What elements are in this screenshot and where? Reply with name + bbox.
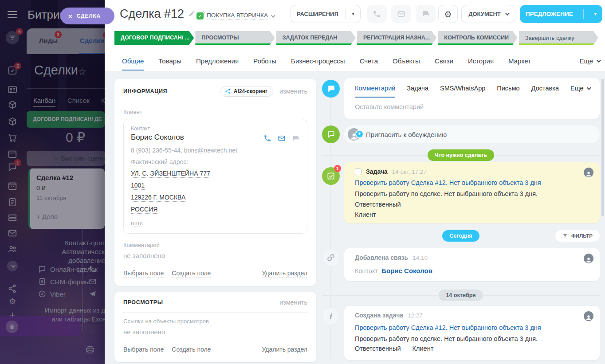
today-badge: Сегодня [442,230,479,242]
contact-type-label: Контакт [131,125,300,132]
tab-market[interactable]: Маркет [508,51,531,70]
settings-button[interactable]: ⚙ [438,5,458,23]
composer-tab-more[interactable]: Еще [570,85,590,98]
edit-section-link[interactable]: изменить [279,299,307,306]
invite-to-discussion[interactable]: + Пригласить к обсуждению [344,125,600,143]
viewings-field-label: Ссылки на объекты просмотров [123,318,307,325]
delete-section-link[interactable]: Удалить раздел [262,346,307,354]
tab-more[interactable]: Еще [579,51,600,70]
ai-icon [225,88,231,94]
email-button[interactable] [391,5,411,23]
tab-quotes[interactable]: Предложения [196,51,239,70]
task-title-link[interactable]: Проверить работу Сделка #12. Нет выбранн… [355,179,589,186]
composer-tab-comment[interactable]: Комментарий [355,85,395,98]
mail-icon[interactable] [278,134,286,142]
tab-invoices[interactable]: Счета [360,51,378,70]
event-time: 12:27 [408,312,423,319]
address-line: РОССИЯ [131,205,300,213]
proposal-button[interactable]: ПРЕДЛОЖЕНИЕ ▾ [520,5,602,23]
phone-icon [373,10,381,18]
viewings-card: ПРОСМОТРЫ изменить Ссылки на объекты про… [114,292,316,362]
caret-down-icon: ▾ [594,11,597,17]
comment-input[interactable]: Оставьте комментарий [344,98,600,116]
chat-button[interactable] [416,5,436,23]
event-type: Добавлена связь [355,254,408,261]
stage-commission-control[interactable]: КОНТРОЛЬ КОМИССИИ [438,31,517,45]
delete-section-link[interactable]: Удалить раздел [262,270,307,278]
task-client-label: Клиент [355,210,589,219]
task-body: Проверить работу по сделке. Нет выбранно… [355,189,589,199]
close-icon: × [68,12,72,20]
stage-registration[interactable]: РЕГИСТРАЦИЯ НАЗНА... [357,31,436,45]
info-icon: i [322,308,340,325]
modal-dim-overlay [0,0,105,364]
relation-label: Контакт [355,267,378,274]
extensions-button[interactable]: РАСШИРЕНИЯ ▾ [291,5,361,23]
deal-content: ИНФОРМАЦИЯ AI24-скоринг изменить Клиент … [105,71,605,364]
stage-viewings[interactable]: ПРОСМОТРЫ [195,31,275,45]
section-title: ПРОСМОТРЫ [123,299,163,305]
select-field-link[interactable]: Выбрать поле [123,270,164,278]
divider [123,312,307,313]
comment-bubble-icon [322,80,340,98]
gear-icon: ⚙ [444,9,452,20]
tab-history[interactable]: История [468,51,494,70]
date-separator: 14 октября [322,289,600,301]
tab-objects[interactable]: Объекты [393,51,420,70]
contact-name[interactable]: Борис Соколов [131,133,184,142]
call-button[interactable] [367,5,387,23]
todo-separator-badge: Что нужно сделать [428,149,495,161]
tab-products[interactable]: Товары [158,51,181,70]
section-title: ИНФОРМАЦИЯ [123,88,167,94]
create-field-link[interactable]: Создать поле [172,346,211,354]
address-line: УЛ. С. ЭЙЗЕНШТЕЙНА 777 [131,169,300,177]
create-field-link[interactable]: Создать поле [172,270,211,278]
task-client-label: Клиент [412,345,434,352]
task-check-icon: 1 [322,167,340,185]
chevron-down-icon [587,86,591,90]
show-more-link[interactable]: еще [131,219,143,227]
tab-links[interactable]: Связи [435,51,453,70]
composer-tab-letter[interactable]: Письмо [497,85,519,98]
chevron-down-icon [271,13,275,18]
comment-field-label: Комментарий [123,242,307,248]
deal-tab-bar: Общие Товары Предложения Роботы Бизнес-п… [122,51,600,70]
stage-close-deal[interactable]: Завершить сделку [519,31,598,45]
contact-card: Контакт Борис Соколов 8 (903) 236-55-44,… [123,119,307,234]
edit-pencil-icon[interactable] [188,11,195,17]
tab-general[interactable]: Общие [122,51,144,70]
avatar[interactable] [584,311,593,321]
contact-link[interactable]: Борис Соколов [381,267,432,274]
slider-close-button[interactable]: × СДЕЛКА [60,8,114,24]
edit-section-link[interactable]: изменить [279,88,307,95]
document-button[interactable]: ДОКУМЕНТ [461,5,515,23]
filter-button[interactable]: ФИЛЬТР [555,230,600,242]
composer-tab-task[interactable]: Задача [407,85,428,98]
divider [583,9,584,19]
deal-category-selector[interactable]: ✓ ПОКУПКА ВТОРИЧКА [196,12,274,20]
avatar[interactable] [584,254,593,263]
phone-icon[interactable] [263,134,271,142]
viewings-field-value[interactable]: не заполнено [123,328,307,336]
task-checkbox[interactable] [355,168,361,175]
chat-icon[interactable] [292,134,300,142]
deal-slider-panel: Сделка #12 ✓ ПОКУПКА ВТОРИЧКА РАСШИРЕНИЯ… [105,0,605,364]
today-separator: Сегодня ФИЛЬТР [322,230,600,242]
select-field-link[interactable]: Выбрать поле [123,346,164,354]
comment-field-value[interactable]: не заполнено [123,252,307,259]
task-title-link[interactable]: Проверить работу Сделка #12. Нет выбранн… [355,324,589,331]
ai-scoring-button[interactable]: AI24-скоринг [220,86,273,97]
composer-tab-delivery[interactable]: Доставка [531,85,559,98]
avatar[interactable] [584,168,593,177]
scrollbar-thumb[interactable] [601,79,604,216]
tab-robots[interactable]: Роботы [253,51,276,70]
checkmark-icon: ✓ [196,12,204,20]
tab-bizproc[interactable]: Бизнес-процессы [291,51,345,70]
event-datetime: 14 окт, 17:27 [392,168,427,175]
add-user-icon: + [348,128,360,141]
fields-column: ИНФОРМАЦИЯ AI24-скоринг изменить Клиент … [114,79,316,364]
stage-deposit[interactable]: ЗАДАТОК ПЕРЕДАН [276,31,356,45]
address-line: 129226 Г. МОСКВА [131,193,300,201]
stage-contract-signed[interactable]: ДОГОВОР ПОДПИСАН/ ... [114,31,194,45]
composer-tab-sms[interactable]: SMS/WhatsApp [440,85,485,98]
